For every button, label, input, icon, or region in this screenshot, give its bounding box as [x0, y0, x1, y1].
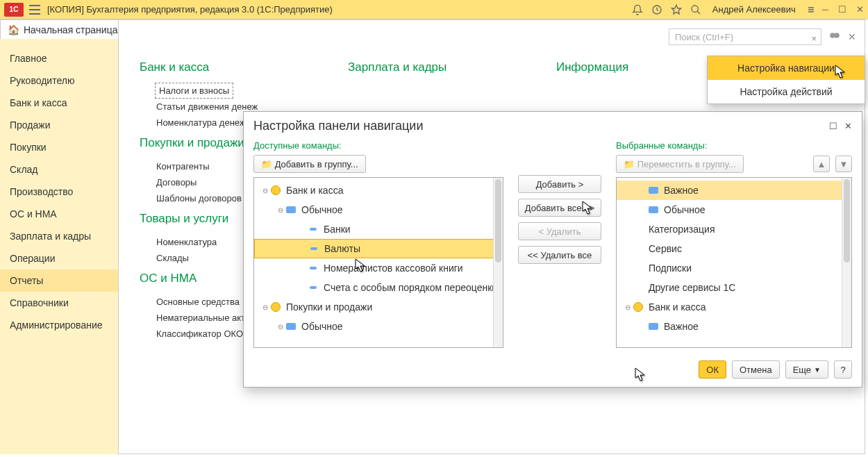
- selected-tree[interactable]: ВажноеОбычноеКатегоризацияСервисПодписки…: [616, 177, 852, 348]
- menu-icon[interactable]: [29, 5, 40, 15]
- expand-icon[interactable]: ⊖: [260, 304, 271, 311]
- help-button[interactable]: ?: [834, 360, 852, 379]
- folder-move-icon: 📁: [624, 159, 635, 169]
- tree-row[interactable]: Счета с особым порядком переоценки: [254, 278, 503, 297]
- nav-settings-dialog: Настройка панели навигации ☐ ✕ Доступные…: [243, 111, 862, 388]
- sidebar-item-9[interactable]: Операции: [0, 247, 118, 269]
- group-icon: [649, 206, 658, 213]
- tree-row[interactable]: Сервис: [617, 239, 851, 258]
- tree-label: Покупки и продажи: [286, 301, 372, 313]
- tree-row[interactable]: Номера листов кассовой книги: [254, 258, 503, 278]
- sidebar: ГлавноеРуководителюБанк и кассаПродажиПо…: [0, 19, 118, 454]
- sidebar-item-12[interactable]: Администрирование: [0, 314, 118, 336]
- expand-icon[interactable]: ⊖: [622, 304, 633, 311]
- more-button-label: Еще: [793, 365, 811, 375]
- close-button[interactable]: ✕: [856, 4, 864, 15]
- tree-row[interactable]: Банки: [254, 219, 503, 239]
- tree-label: Банк и касса: [286, 185, 343, 196]
- section-heading: Банк и касса: [140, 60, 306, 74]
- home-tab[interactable]: 🏠 Начальная страница: [0, 19, 128, 39]
- tree-row[interactable]: ⊖Обычное: [254, 317, 503, 336]
- home-icon: 🏠: [8, 24, 19, 35]
- minimize-button[interactable]: ─: [822, 4, 828, 15]
- dialog-maximize-icon[interactable]: ☐: [829, 121, 837, 131]
- tree-row[interactable]: Подписки: [617, 258, 851, 278]
- group-icon: [649, 323, 658, 330]
- tree-row[interactable]: Важное: [617, 181, 851, 200]
- bell-icon[interactable]: [632, 4, 643, 15]
- tree-row[interactable]: Важное: [617, 317, 851, 336]
- tree-row[interactable]: Другие сервисы 1С: [617, 278, 851, 297]
- available-tree[interactable]: ⊖Банк и касса⊖ОбычноеБанкиВалютыНомера л…: [253, 177, 503, 348]
- expand-icon[interactable]: ⊖: [260, 187, 271, 194]
- sidebar-item-4[interactable]: Покупки: [0, 136, 118, 158]
- sidebar-item-2[interactable]: Банк и касса: [0, 92, 118, 114]
- settings-gear-icon[interactable]: [827, 29, 842, 44]
- dialog-close-icon[interactable]: ✕: [844, 121, 852, 131]
- add-button[interactable]: Добавить >: [518, 175, 601, 193]
- tree-row[interactable]: ⊖Обычное: [254, 200, 503, 219]
- folder-icon: [271, 302, 281, 312]
- search-input[interactable]: Поиск (Ctrl+F) ×: [669, 28, 821, 45]
- cancel-button[interactable]: Отмена: [732, 360, 780, 379]
- sidebar-item-0[interactable]: Главное: [0, 47, 118, 69]
- tree-row[interactable]: Категоризация: [617, 219, 851, 239]
- menu-item-action-settings[interactable]: Настройка действий: [708, 80, 865, 103]
- panel-close-icon[interactable]: ✕: [848, 31, 856, 42]
- sidebar-item-11[interactable]: Справочники: [0, 292, 118, 314]
- add-to-group-button[interactable]: 📁 Добавить в группу...: [253, 155, 366, 173]
- sidebar-item-8[interactable]: Зарплата и кадры: [0, 225, 118, 247]
- remove-button[interactable]: < Удалить: [518, 222, 601, 240]
- search-icon[interactable]: [690, 4, 701, 15]
- maximize-button[interactable]: ☐: [838, 4, 846, 15]
- add-all-button[interactable]: Добавить все >>: [518, 199, 601, 217]
- user-menu-icon[interactable]: [807, 5, 815, 15]
- item-icon: [310, 228, 317, 231]
- search-clear-icon[interactable]: ×: [811, 31, 817, 47]
- tree-row[interactable]: Обычное: [617, 200, 851, 219]
- section-heading-zp: Зарплата и кадры: [348, 60, 515, 74]
- tree-row[interactable]: ⊖Банк и касса: [617, 297, 851, 317]
- home-tab-label: Начальная страница: [24, 24, 117, 35]
- history-icon[interactable]: [651, 4, 662, 15]
- item-icon: [310, 267, 317, 269]
- username: Андрей Алексеевич: [712, 4, 796, 15]
- add-to-group-label: Добавить в группу...: [275, 159, 358, 169]
- search-placeholder: Поиск (Ctrl+F): [675, 32, 733, 42]
- scrollbar[interactable]: [842, 178, 851, 347]
- sidebar-item-10[interactable]: Отчеты: [0, 269, 118, 292]
- tree-row[interactable]: ⊖Банк и касса: [254, 181, 503, 200]
- selected-commands-label: Выбранные команды:: [616, 140, 852, 151]
- ok-button[interactable]: ОК: [699, 360, 726, 379]
- move-down-button[interactable]: ▼: [835, 156, 852, 172]
- scrollbar[interactable]: [493, 178, 503, 347]
- sidebar-item-1[interactable]: Руководителю: [0, 69, 118, 92]
- sidebar-item-5[interactable]: Склад: [0, 158, 118, 181]
- star-icon[interactable]: [671, 4, 682, 15]
- menu-item-nav-settings[interactable]: Настройка навигации: [708, 56, 865, 80]
- titlebar: 1C [КОПИЯ] Бухгалтерия предприятия, реда…: [0, 0, 868, 19]
- sidebar-item-3[interactable]: Продажи: [0, 114, 118, 136]
- available-commands-label: Доступные команды:: [253, 140, 503, 151]
- remove-all-button[interactable]: << Удалить все: [518, 246, 601, 264]
- expand-icon[interactable]: ⊖: [275, 323, 286, 331]
- move-to-group-button[interactable]: 📁 Переместить в группу...: [616, 155, 744, 173]
- tree-label: Номера листов кассовой книги: [324, 263, 463, 274]
- tree-row[interactable]: Валюты: [254, 239, 503, 258]
- tree-label: Обычное: [301, 321, 343, 332]
- gear-dropdown: Настройка навигации Настройка действий: [707, 56, 865, 104]
- more-button[interactable]: Еще ▼: [785, 360, 828, 379]
- tree-label: Важное: [664, 321, 699, 332]
- item-icon: [310, 247, 317, 250]
- tree-label: Обычное: [664, 204, 706, 215]
- sidebar-item-6[interactable]: Производство: [0, 181, 118, 203]
- tree-label: Подписки: [649, 263, 692, 274]
- move-to-group-label: Переместить в группу...: [637, 159, 736, 169]
- tree-label: Валюты: [324, 243, 360, 254]
- sidebar-item-7[interactable]: ОС и НМА: [0, 203, 118, 225]
- tree-row[interactable]: ⊖Покупки и продажи: [254, 297, 503, 317]
- nav-link[interactable]: Налоги и взносы: [155, 83, 233, 99]
- chevron-down-icon: ▼: [814, 366, 821, 374]
- move-up-button[interactable]: ▲: [813, 156, 830, 172]
- expand-icon[interactable]: ⊖: [275, 206, 286, 214]
